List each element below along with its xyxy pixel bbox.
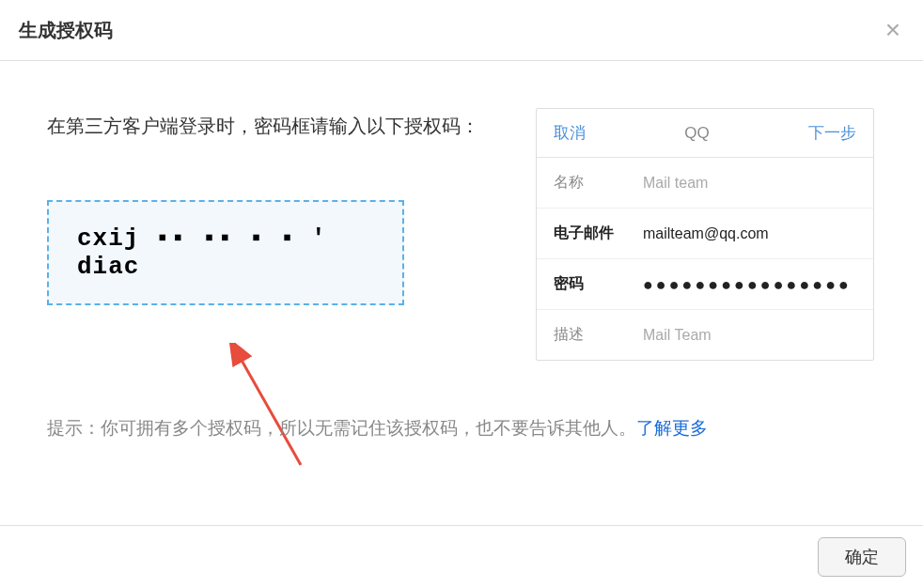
preview-header: 取消 QQ 下一步 [537, 109, 873, 158]
left-panel: 在第三方客户端登录时，密码框请输入以下授权码： cxij ▪▪ ▪▪ ▪ ▪ '… [47, 108, 498, 305]
modal-body: 在第三方客户端登录时，密码框请输入以下授权码： cxij ▪▪ ▪▪ ▪ ▪ '… [0, 61, 923, 525]
preview-row-name: 名称 Mail team [537, 158, 873, 209]
instruction-text: 在第三方客户端登录时，密码框请输入以下授权码： [47, 108, 498, 144]
close-icon[interactable]: × [882, 17, 904, 43]
preview-row-desc: 描述 Mail Team [537, 310, 873, 360]
preview-desc-value: Mail Team [643, 327, 856, 344]
content-row: 在第三方客户端登录时，密码框请输入以下授权码： cxij ▪▪ ▪▪ ▪ ▪ '… [47, 108, 876, 361]
preview-email-label: 电子邮件 [554, 224, 643, 243]
modal-header: 生成授权码 × [0, 0, 923, 61]
hint-text: 你可拥有多个授权码，所以无需记住该授权码，也不要告诉其他人。 [101, 418, 636, 438]
modal-title: 生成授权码 [19, 18, 113, 43]
hint-label: 提示： [47, 418, 101, 438]
preview-name-label: 名称 [554, 173, 643, 193]
preview-desc-label: 描述 [554, 325, 643, 345]
preview-email-value: mailteam@qq.com [643, 225, 856, 242]
preview-password-value: ●●●●●●●●●●●●●●●● [643, 276, 856, 293]
modal-footer: 确定 [0, 525, 923, 588]
ok-button[interactable]: 确定 [818, 537, 906, 577]
preview-next-button: 下一步 [808, 122, 856, 144]
modal-container: 生成授权码 × 在第三方客户端登录时，密码框请输入以下授权码： cxij ▪▪ … [0, 0, 923, 588]
preview-password-label: 密码 [554, 274, 643, 294]
preview-title: QQ [684, 124, 709, 143]
preview-row-email: 电子邮件 mailteam@qq.com [537, 209, 873, 259]
preview-cancel-button: 取消 [554, 122, 586, 144]
hint-row: 提示：你可拥有多个授权码，所以无需记住该授权码，也不要告诉其他人。了解更多 [47, 416, 876, 441]
arrow-icon [226, 343, 338, 474]
preview-row-password: 密码 ●●●●●●●●●●●●●●●● [537, 259, 873, 310]
email-client-preview: 取消 QQ 下一步 名称 Mail team 电子邮件 mailteam@qq.… [536, 108, 874, 361]
svg-line-1 [240, 357, 301, 465]
preview-name-value: Mail team [643, 175, 856, 192]
learn-more-link[interactable]: 了解更多 [636, 418, 708, 438]
right-panel: 取消 QQ 下一步 名称 Mail team 电子邮件 mailteam@qq.… [536, 108, 874, 361]
auth-code-box: cxij ▪▪ ▪▪ ▪ ▪ ' diac [47, 200, 404, 305]
